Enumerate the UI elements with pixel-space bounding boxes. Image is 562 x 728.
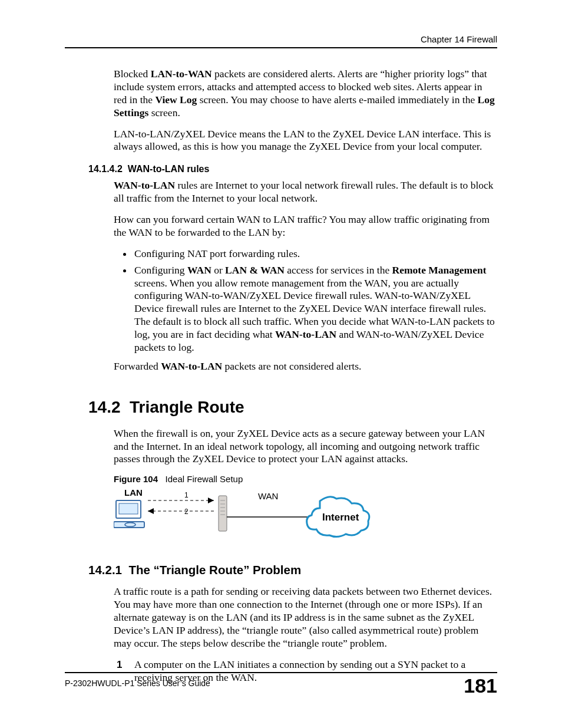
text: Forwarded [114, 360, 161, 372]
page-footer: P-2302HWUDL-P1 Series User’s Guide 181 [65, 672, 497, 696]
heading-14-2-1: 14.2.1 The “Triangle Route” Problem [88, 563, 497, 577]
figure-label: Figure 104 [114, 474, 158, 484]
paragraph-triangle-intro: When the firewall is on, your ZyXEL Devi… [114, 427, 497, 466]
text: Blocked [114, 68, 151, 80]
bold: LAN-to-WAN [151, 68, 212, 80]
paragraph-forwarded-not-alerts: Forwarded WAN-to-LAN packets are not con… [114, 360, 497, 373]
running-header: Chapter 14 Firewall [421, 34, 497, 44]
heading-14-2: 14.2 Triangle Route [88, 398, 497, 417]
section-number: 14.2 [88, 398, 121, 416]
page-number: 181 [464, 676, 497, 696]
text: screen. You may choose to have alerts e-… [197, 94, 477, 106]
section-title: WAN-to-LAN rules [128, 164, 210, 174]
figure-ideal-firewall-setup: LAN WAN 1 2 Internet [114, 487, 391, 545]
page-content: Blocked LAN-to-WAN packets are considere… [88, 68, 497, 690]
paragraph-wan-to-lan-rules: WAN-to-LAN rules are Internet to your lo… [114, 179, 497, 205]
figure-label-1: 1 [184, 491, 189, 499]
paragraph-forward-question: How can you forward certain WAN to LAN t… [114, 213, 497, 239]
text: Configuring [134, 264, 187, 276]
bold: WAN-to-LAN [275, 328, 336, 340]
svg-marker-7 [148, 508, 154, 514]
figure-caption: Figure 104 Ideal Firewall Setup [114, 474, 497, 484]
svg-rect-1 [119, 503, 138, 514]
bold: Remote Management [392, 264, 487, 276]
bold: WAN [187, 264, 211, 276]
figure-label-2: 2 [184, 508, 189, 516]
bullet-item: Configuring WAN or LAN & WAN access for … [133, 264, 497, 354]
figure-label-lan: LAN [124, 487, 143, 498]
heading-14-1-4-2: 14.1.4.2 WAN-to-LAN rules [88, 164, 497, 174]
bold: WAN-to-LAN [161, 360, 222, 372]
bullet-list: Configuring NAT port forwarding rules. C… [114, 248, 497, 354]
section-title: The “Triangle Route” Problem [128, 563, 301, 577]
bold: LAN & WAN [225, 264, 285, 276]
text: screen. [148, 107, 180, 118]
svg-rect-8 [219, 496, 227, 531]
section-number: 14.1.4.2 [88, 164, 123, 174]
paragraph-blocked-lan-to-wan: Blocked LAN-to-WAN packets are considere… [114, 68, 497, 120]
figure-label-wan: WAN [258, 491, 278, 501]
bold: View Log [155, 94, 197, 106]
footer-rule [65, 672, 497, 673]
paragraph-traffic-route: A traffic route is a path for sending or… [114, 585, 497, 650]
paragraph-lan-to-lan: LAN-to-LAN/ZyXEL Device means the LAN to… [114, 128, 497, 154]
step-marker: 1 [117, 658, 122, 671]
bullet-item: Configuring NAT port forwarding rules. [133, 248, 497, 261]
svg-marker-5 [208, 498, 214, 503]
figure-label-internet: Internet [322, 512, 359, 523]
section-title: Triangle Route [130, 398, 244, 416]
text: or [211, 264, 225, 276]
footer-guide-name: P-2302HWUDL-P1 Series User’s Guide [65, 678, 210, 688]
text: packets are not considered alerts. [222, 360, 361, 372]
text: access for services in the [285, 264, 392, 276]
section-number: 14.2.1 [88, 563, 122, 577]
bold: WAN-to-LAN [114, 179, 175, 191]
header-rule [65, 47, 497, 48]
figure-title: Ideal Firewall Setup [166, 474, 243, 484]
